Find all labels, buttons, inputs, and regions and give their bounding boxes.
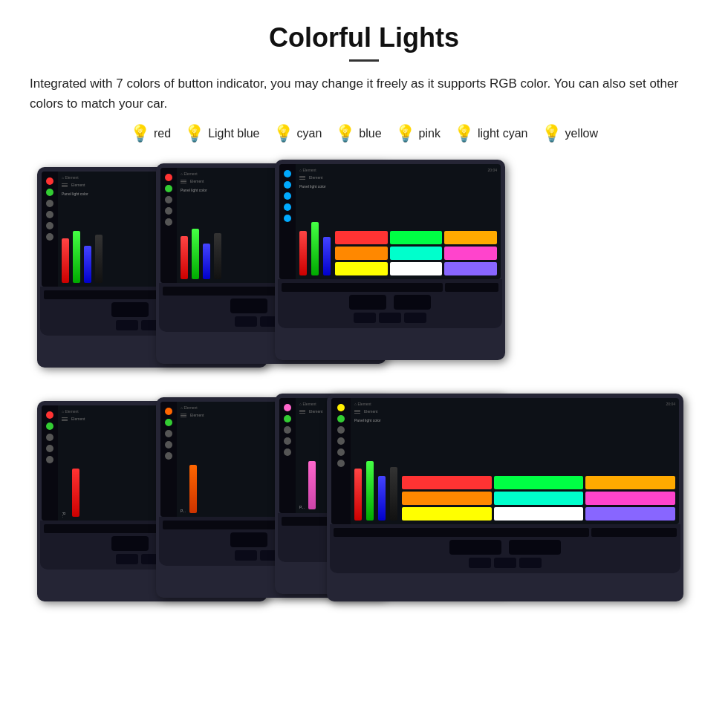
description-text: Integrated with 7 colors of button indic… <box>30 74 698 114</box>
panel-label-2: P... <box>181 509 186 513</box>
bar-green-3 <box>311 222 319 275</box>
panel-label-small: P... <box>62 512 66 518</box>
dev-tab-7 <box>354 313 376 323</box>
dev-bottom-r1-3 <box>278 279 502 328</box>
menu-label: Element <box>71 183 85 187</box>
panel-label-3: P... <box>299 505 305 509</box>
bar-r2c-pink <box>308 461 316 509</box>
grid-cell-7 <box>335 262 388 275</box>
dev-tab-9 <box>404 313 426 323</box>
menu-label-3: Element <box>309 175 322 180</box>
title-divider <box>349 59 379 62</box>
row-2-units: ⌂ Element ■ Element P... <box>30 394 698 624</box>
bar-r2d-green <box>366 461 374 521</box>
yellow-label: yellow <box>565 127 598 140</box>
pink-bulb-icon: 💡 <box>395 124 415 143</box>
color-labels-row: 💡 red 💡 Light blue 💡 cyan 💡 blue 💡 pink … <box>30 124 698 143</box>
menu-label-2: Element <box>190 179 204 183</box>
r2d-cell-6 <box>585 492 675 505</box>
color-label-lightcyan: 💡 light cyan <box>454 124 528 143</box>
screen-home-r2-3: ⌂ Element <box>299 402 316 406</box>
color-label-yellow: 💡 yellow <box>542 124 598 143</box>
screen-home-icon-3: ⌂ Element <box>299 168 316 172</box>
screen-time-3: 20:04 <box>487 168 497 172</box>
lightcyan-bulb-icon: 💡 <box>454 124 474 143</box>
r2d-cell-3 <box>585 476 675 489</box>
r2d-cell-1 <box>402 476 492 489</box>
bar-blue <box>84 246 91 283</box>
r2d-cell-9 <box>585 507 675 521</box>
pink-label: pink <box>419 127 441 140</box>
color-label-red: 💡 red <box>130 124 171 143</box>
bar-black-2 <box>214 233 221 279</box>
grid-cell-9 <box>444 262 497 275</box>
bar-r2d-red <box>354 469 362 521</box>
color-grid-3 <box>335 231 497 275</box>
grid-cell-5 <box>390 247 443 260</box>
grid-cell-4 <box>335 247 388 260</box>
blue-bulb-icon: 💡 <box>335 124 355 143</box>
color-label-lightblue: 💡 Light blue <box>184 124 259 143</box>
r2d-cell-8 <box>494 507 584 521</box>
lower-slot-5 <box>349 295 386 310</box>
bar-r2-red <box>72 469 79 517</box>
lightblue-label: Light blue <box>208 127 259 140</box>
bar-r2d-blue <box>378 476 386 521</box>
dev-tab-1 <box>116 320 138 330</box>
bar-blue-3 <box>323 237 331 275</box>
screen-home-r2-4: ⌂ Element <box>354 402 371 406</box>
color-label-blue: 💡 blue <box>335 124 381 143</box>
screen-time-r2-4: 20:04 <box>666 402 675 406</box>
r2d-cell-5 <box>494 492 584 505</box>
r2d-cell-2 <box>494 476 584 489</box>
screen-home-icon: ⌂ Element <box>62 175 79 180</box>
bar-black <box>95 235 103 283</box>
screen-home-r2-2: ⌂ Element <box>181 405 198 410</box>
r2d-cell-4 <box>402 492 492 505</box>
bar-red-3 <box>299 231 307 275</box>
grid-cell-3 <box>444 231 497 244</box>
color-label-pink: 💡 pink <box>395 124 441 143</box>
bar-red-2 <box>181 236 188 279</box>
r2d-cell-7 <box>402 507 492 521</box>
dev-tab-8 <box>379 313 401 323</box>
grid-cell-6 <box>444 247 497 260</box>
lower-slot-6 <box>394 295 431 310</box>
grid-cell-2 <box>390 231 443 244</box>
dev-bottom-r2-4 <box>330 524 680 573</box>
lightcyan-label: light cyan <box>478 127 528 140</box>
grid-cell-8 <box>390 262 443 275</box>
color-label-cyan: 💡 cyan <box>273 124 322 143</box>
panel-light-label-4: Panel light color <box>354 418 675 423</box>
color-grid-r2d <box>402 476 675 521</box>
screen-home-icon-2: ⌂ Element <box>181 172 198 176</box>
row-1-units: ⌂ Element ■ ■ Element Panel light color <box>30 160 698 382</box>
lower-slot-1 <box>111 302 149 317</box>
lower-slot-3 <box>230 298 267 313</box>
panel-light-label-3: Panel light color <box>299 184 497 189</box>
slot-wide-3 <box>282 283 443 292</box>
screen-home-r2-1: ⌂ Element <box>62 409 79 414</box>
bar-blue-2 <box>203 244 210 279</box>
cyan-bulb-icon: 💡 <box>273 124 293 143</box>
grid-cell-1 <box>335 231 388 244</box>
page-title: Colorful Lights <box>30 22 698 53</box>
bar-red <box>62 238 69 283</box>
lightblue-bulb-icon: 💡 <box>184 124 204 143</box>
red-label: red <box>154 127 171 140</box>
dev-tab-4 <box>235 316 257 327</box>
slot-narrow-3 <box>445 283 498 292</box>
yellow-bulb-icon: 💡 <box>542 124 562 143</box>
screen-r2-4: ⌂ Element 20:04 Element Panel light colo… <box>331 398 679 524</box>
red-bulb-icon: 💡 <box>130 124 150 143</box>
bar-r2d-black <box>390 467 397 521</box>
blue-label: blue <box>359 127 381 140</box>
bar-green-2 <box>192 229 199 279</box>
bar-r2b-red <box>189 465 197 513</box>
cyan-label: cyan <box>297 127 322 140</box>
screen-r1-3: ⌂ Element 20:04 Element Panel light colo… <box>279 164 501 279</box>
page-container: Colorful Lights Integrated with 7 colors… <box>0 0 728 650</box>
device-row1-3: ⌂ Element 20:04 Element Panel light colo… <box>275 160 505 360</box>
title-section: Colorful Lights Integrated with 7 colors… <box>30 22 698 114</box>
bar-green <box>73 231 80 283</box>
